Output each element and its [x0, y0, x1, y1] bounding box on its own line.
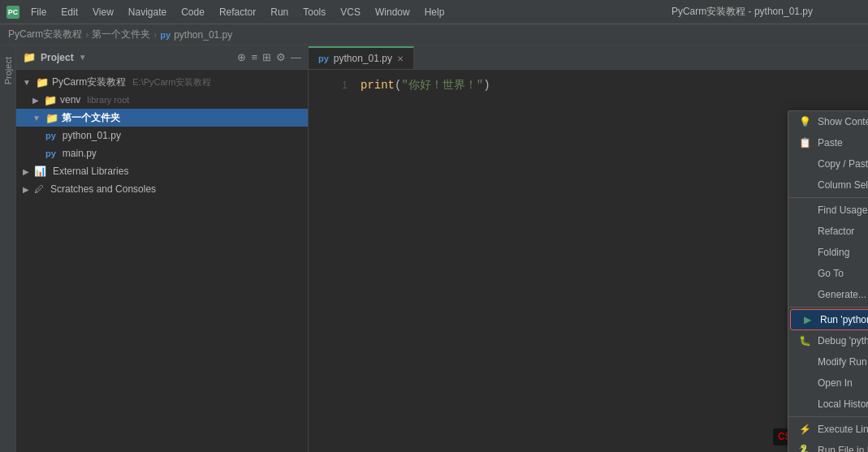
tree-item-ext-libs[interactable]: ▶ 📊 External Libraries: [16, 162, 308, 180]
ext-libs-label: External Libraries: [53, 166, 128, 177]
project-panel: 📁 Project ▼ ⊕ ≡ ⊞ ⚙ — ▼ 📁 PyCarm安装教程 E:\…: [16, 45, 309, 452]
venv-sub: library root: [87, 95, 129, 105]
panel-toolbar: ⊕ ≡ ⊞ ⚙ —: [237, 51, 301, 63]
ctx-goto-icon: [798, 267, 811, 280]
first-folder-icon: 📁: [45, 112, 58, 124]
ctx-generate-label: Generate...: [818, 289, 866, 300]
menu-navigate[interactable]: Navigate: [122, 5, 173, 19]
tree-item-python01[interactable]: py python_01.py: [16, 127, 308, 144]
project-tree: ▼ 📁 PyCarm安装教程 E:\PyCarm安装教程 ▶ 📁 venv li…: [16, 70, 308, 452]
ctx-item-open-in[interactable]: Open In ›: [788, 372, 868, 394]
root-folder-icon: 📁: [36, 76, 49, 88]
breadcrumb-file[interactable]: python_01.py: [174, 29, 232, 41]
ctx-folding-label: Folding: [818, 247, 849, 258]
ctx-item-modify-run[interactable]: Modify Run Configuration...: [788, 351, 868, 372]
tree-item-scratches[interactable]: ▶ 🖊 Scratches and Consoles: [16, 180, 308, 198]
menu-refactor[interactable]: Refactor: [213, 5, 262, 19]
ctx-item-local-history[interactable]: Local History ›: [788, 394, 868, 415]
ctx-modify-icon: [798, 355, 811, 368]
breadcrumb-root[interactable]: PyCarm安装教程: [8, 28, 82, 41]
editor-area: py python_01.py ✕ 1 print("你好！世界！") 💡 Sh…: [309, 45, 868, 452]
ctx-item-refactor[interactable]: Refactor ›: [788, 221, 868, 242]
settings-icon[interactable]: ⚙: [276, 51, 286, 63]
tree-item-venv[interactable]: ▶ 📁 venv library root: [16, 91, 308, 109]
tab-close-button[interactable]: ✕: [397, 54, 404, 63]
ctx-item-paste[interactable]: 📋 Paste Ctrl+V: [788, 132, 868, 153]
ctx-item-copy-paste-special[interactable]: Copy / Paste Special ›: [788, 153, 868, 174]
sync-icon[interactable]: ⊕: [237, 51, 246, 63]
collapse-icon[interactable]: ≡: [251, 51, 257, 63]
ctx-item-execute-line[interactable]: ⚡ Execute Line in Python Console Alt+Shi…: [788, 419, 868, 440]
ctx-folding-icon: [798, 246, 811, 259]
window-title: PyCarm安装教程 - python_01.py: [672, 5, 813, 19]
ctx-item-column-selection[interactable]: Column Selection Mode Alt+Shift+Insert: [788, 174, 868, 196]
ctx-item-run-python[interactable]: ▶ Run 'python_01' Ctrl+Shift+F10: [790, 309, 868, 330]
breadcrumb-sep-1: ›: [85, 29, 89, 41]
context-menu: 💡 Show Context Actions Alt+Enter 📋 Paste…: [788, 110, 868, 452]
scratches-label: Scratches and Consoles: [50, 183, 156, 195]
line-number-1: 1: [315, 80, 348, 91]
menu-run[interactable]: Run: [264, 5, 295, 19]
expand-icon[interactable]: ⊞: [262, 51, 271, 63]
ctx-refactor-icon: [798, 225, 811, 238]
ctx-paste-icon: 📋: [798, 136, 811, 149]
first-folder-label: 第一个文件夹: [62, 111, 120, 125]
panel-header: 📁 Project ▼ ⊕ ≡ ⊞ ⚙ —: [16, 45, 308, 70]
menu-code[interactable]: Code: [175, 5, 211, 19]
ctx-local-history-label: Local History: [818, 398, 868, 410]
code-paren-close: ): [483, 79, 490, 92]
ctx-modify-label: Modify Run Configuration...: [818, 356, 868, 368]
ctx-execute-icon: ⚡: [798, 423, 811, 436]
code-function: print: [361, 79, 395, 92]
menu-edit[interactable]: Edit: [54, 5, 84, 19]
ctx-run-file-icon: 🐍: [798, 444, 811, 452]
panel-dropdown-icon[interactable]: ▼: [79, 53, 87, 62]
main-icon: py: [45, 149, 56, 158]
arrow-root: ▼: [23, 78, 31, 87]
ctx-item-debug-python[interactable]: 🐛 Debug 'python_01': [788, 330, 868, 351]
ctx-context-icon: 💡: [798, 115, 811, 128]
tree-item-root[interactable]: ▼ 📁 PyCarm安装教程 E:\PyCarm安装教程: [16, 73, 308, 91]
ctx-generate-icon: [798, 288, 811, 301]
tree-item-main[interactable]: py main.py: [16, 144, 308, 162]
scratches-icon: 🖊: [34, 183, 44, 195]
menu-vcs[interactable]: VCS: [334, 5, 367, 19]
ctx-context-label: Show Context Actions: [818, 116, 868, 127]
ctx-item-find-usages[interactable]: Find Usages Alt+F7: [788, 200, 868, 221]
ctx-paste-label: Paste: [818, 137, 843, 149]
side-strip-label: Project: [3, 57, 13, 84]
panel-title: Project: [41, 52, 74, 63]
tab-label: python_01.py: [334, 53, 392, 64]
ctx-sep-3: [788, 416, 868, 417]
breadcrumb-folder[interactable]: 第一个文件夹: [92, 28, 150, 41]
ctx-sep-1: [788, 197, 868, 198]
tab-file-icon: py: [318, 54, 329, 63]
arrow-venv: ▶: [32, 96, 39, 105]
minimize-icon[interactable]: —: [291, 51, 301, 63]
menu-help[interactable]: Help: [418, 5, 451, 19]
ext-libs-icon: 📊: [34, 166, 46, 177]
venv-folder-icon: 📁: [44, 94, 57, 106]
menu-tools[interactable]: Tools: [296, 5, 332, 19]
menu-file[interactable]: File: [24, 5, 53, 19]
ctx-find-label: Find Usages: [818, 204, 868, 216]
code-text-1: print("你好！世界！"): [361, 78, 490, 93]
ctx-open-in-label: Open In: [818, 377, 853, 389]
ctx-item-goto[interactable]: Go To ›: [788, 263, 868, 284]
main-label: main.py: [63, 148, 97, 159]
ctx-debug-icon: 🐛: [798, 334, 811, 347]
editor-tab-python01[interactable]: py python_01.py ✕: [309, 46, 414, 69]
ctx-item-generate[interactable]: Generate... Alt+Insert: [788, 284, 868, 305]
ctx-item-folding[interactable]: Folding ›: [788, 242, 868, 263]
breadcrumb-sep-2: ›: [153, 29, 157, 41]
menu-view[interactable]: View: [86, 5, 120, 19]
ctx-item-show-context[interactable]: 💡 Show Context Actions Alt+Enter: [788, 111, 868, 132]
folder-icon: 📁: [23, 51, 36, 63]
ctx-column-label: Column Selection Mode: [818, 179, 868, 191]
editor-content[interactable]: 1 print("你好！世界！"): [309, 70, 868, 452]
ctx-item-run-file-console[interactable]: 🐍 Run File in Python Console: [788, 440, 868, 452]
menu-window[interactable]: Window: [369, 5, 417, 19]
tree-item-first-folder[interactable]: ▼ 📁 第一个文件夹: [16, 109, 308, 127]
ctx-debug-label: Debug 'python_01': [818, 335, 868, 347]
python01-label: python_01.py: [63, 130, 121, 141]
